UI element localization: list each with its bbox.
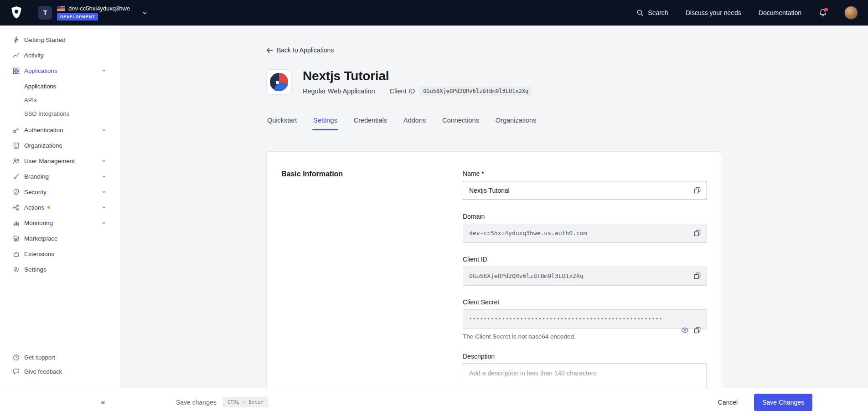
- notifications-button[interactable]: [819, 9, 827, 17]
- app-logo: [266, 69, 292, 95]
- sidebar-bottom: Get support Give feedback: [0, 350, 120, 379]
- user-avatar[interactable]: [844, 6, 858, 20]
- chevron-down-icon: [142, 10, 147, 15]
- sidebar-item-getting-started[interactable]: Getting Started: [0, 32, 120, 47]
- activity-chart-icon: [12, 51, 20, 59]
- section-title: Basic Information: [281, 170, 343, 416]
- copy-icon[interactable]: [692, 228, 702, 238]
- chevron-down-icon: [102, 221, 106, 225]
- get-support-link[interactable]: Get support: [0, 350, 120, 365]
- search-button[interactable]: Search: [636, 9, 668, 16]
- search-icon: [636, 9, 644, 16]
- tenant-avatar: T: [38, 6, 52, 20]
- sidebar-item-authentication[interactable]: Authentication: [0, 122, 120, 138]
- sidebar-item-extensions[interactable]: Extensions: [0, 246, 120, 262]
- client-secret-field-row: Client Secret The Client Secret is not b…: [463, 298, 707, 340]
- app-type-label: Regular Web Application: [303, 87, 375, 95]
- applications-subnav: Applications APIs SSO Integrations: [0, 78, 120, 122]
- storefront-icon: [12, 235, 20, 242]
- client-id-field-label: Client ID: [463, 256, 707, 263]
- basic-information-card: Basic Information Name * Domain: [266, 151, 722, 416]
- client-secret-input: [463, 309, 707, 329]
- sidebar-item-actions[interactable]: Actions: [0, 200, 120, 215]
- client-id-input: [463, 267, 707, 286]
- client-id-field-row: Client ID: [463, 256, 707, 286]
- sidebar-item-branding[interactable]: Branding: [0, 169, 120, 184]
- auth0-logo[interactable]: [10, 6, 23, 20]
- paintbrush-icon: [12, 173, 20, 180]
- eye-icon[interactable]: [680, 325, 690, 335]
- client-id-chip[interactable]: OGu58XjeOPd2QRv6lzBTBm9l3LU1x2Xq: [419, 87, 532, 96]
- sidebar-item-security[interactable]: Security: [0, 184, 120, 200]
- building-icon: [12, 142, 20, 149]
- name-field-row: Name *: [463, 170, 707, 200]
- back-link-label: Back to Applications: [277, 46, 334, 54]
- us-flag-icon: [57, 6, 65, 11]
- cancel-button[interactable]: Cancel: [713, 395, 743, 410]
- name-input[interactable]: [463, 181, 707, 200]
- workflow-icon: [12, 204, 20, 211]
- notification-dot: [824, 8, 828, 11]
- tenant-selector[interactable]: T dev-cc5hxi4yduxq3hwe DEVELOPMENT: [38, 5, 147, 21]
- help-circle-icon: [12, 354, 20, 361]
- sidebar-item-organizations[interactable]: Organizations: [0, 138, 120, 153]
- shield-icon: [12, 188, 20, 195]
- client-secret-helper: The Client Secret is not base64 encoded.: [463, 333, 707, 340]
- save-changes-hint: Save changes: [176, 399, 217, 406]
- sidebar: Getting Started Activity Applications Ap…: [0, 26, 120, 416]
- chevron-down-icon: [102, 159, 106, 163]
- sidebar-subitem-apis[interactable]: APIs: [0, 93, 120, 107]
- search-label: Search: [648, 9, 668, 16]
- key-icon: [12, 126, 20, 134]
- tab-addons[interactable]: Addons: [403, 114, 427, 130]
- tab-credentials[interactable]: Credentials: [353, 114, 388, 130]
- sidebar-item-user-management[interactable]: User Management: [0, 153, 120, 169]
- feedback-bubble-icon: [12, 368, 20, 375]
- sidebar-item-activity[interactable]: Activity: [0, 47, 120, 63]
- copy-icon[interactable]: [692, 271, 702, 281]
- documentation-link[interactable]: Documentation: [759, 9, 801, 16]
- sidebar-subitem-sso-integrations[interactable]: SSO Integrations: [0, 107, 120, 120]
- main-content: Back to Applications Nextjs Tutorial: [120, 26, 868, 416]
- tab-connections[interactable]: Connections: [441, 114, 480, 130]
- chevron-down-icon: [102, 205, 106, 210]
- sidebar-item-marketplace[interactable]: Marketplace: [0, 231, 120, 246]
- tab-organizations[interactable]: Organizations: [495, 114, 537, 130]
- chevron-down-icon: [102, 128, 106, 132]
- tab-quickstart[interactable]: Quickstart: [266, 114, 298, 130]
- collapse-sidebar-button[interactable]: «: [96, 395, 110, 410]
- chevron-down-icon: [102, 174, 106, 179]
- top-bar: T dev-cc5hxi4yduxq3hwe DEVELOPMENT: [0, 0, 868, 26]
- puzzle-icon: [12, 250, 20, 257]
- sidebar-subitem-applications[interactable]: Applications: [0, 79, 120, 93]
- chevron-up-icon: [102, 68, 106, 73]
- save-changes-button[interactable]: Save Changes: [754, 394, 812, 411]
- sidebar-item-applications[interactable]: Applications: [0, 63, 120, 78]
- tab-settings[interactable]: Settings: [312, 114, 338, 130]
- sidebar-item-monitoring[interactable]: Monitoring: [0, 215, 120, 231]
- app-header: Nextjs Tutorial Regular Web Application …: [266, 69, 722, 96]
- tenant-name: dev-cc5hxi4yduxq3hwe: [68, 5, 130, 12]
- chevron-down-icon: [102, 190, 106, 194]
- lightning-icon: [12, 36, 20, 43]
- domain-field-row: Domain: [463, 213, 707, 243]
- copy-icon[interactable]: [692, 185, 702, 195]
- sidebar-item-settings[interactable]: Settings: [0, 262, 120, 277]
- actions-notification-dot: [47, 206, 50, 209]
- domain-label: Domain: [463, 213, 707, 220]
- discuss-your-needs-link[interactable]: Discuss your needs: [686, 9, 741, 16]
- back-to-applications-link[interactable]: Back to Applications: [266, 46, 334, 54]
- client-secret-label: Client Secret: [463, 298, 707, 306]
- name-label: Name *: [463, 170, 707, 177]
- gear-icon: [12, 266, 20, 273]
- page-title: Nextjs Tutorial: [303, 69, 532, 83]
- arrow-left-icon: [266, 47, 273, 53]
- give-feedback-link[interactable]: Give feedback: [0, 365, 120, 379]
- auth0-logo-icon: [10, 6, 23, 20]
- auth0-dashboard: T dev-cc5hxi4yduxq3hwe DEVELOPMENT: [0, 0, 868, 416]
- copy-icon[interactable]: [692, 325, 702, 335]
- environment-badge: DEVELOPMENT: [57, 13, 98, 21]
- keyboard-shortcut-chip: CTRL + Enter: [223, 397, 268, 407]
- bar-chart-icon: [12, 219, 20, 226]
- domain-input: [463, 224, 707, 243]
